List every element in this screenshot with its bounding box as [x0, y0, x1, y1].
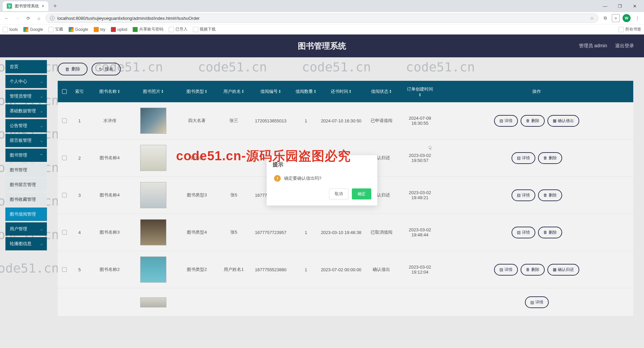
tab-title: 图书管理系统	[15, 3, 39, 9]
address-bar[interactable]: i localhost:8080/tushujieyueguanlixitong…	[46, 13, 598, 23]
app-root: code51.cncode51.cncode51.cncode51.cncode…	[0, 35, 644, 348]
folder-icon	[3, 27, 8, 32]
profile-avatar[interactable]: W	[623, 14, 631, 22]
window-controls: — ❐ ✕	[601, 2, 641, 10]
new-tab-button[interactable]: +	[51, 3, 59, 10]
modal-overlay: 提示 ! 确定要确认借出吗? 取消 确定	[0, 35, 644, 348]
site-info-icon[interactable]: i	[50, 16, 55, 20]
confirm-modal: 提示 ! 确定要确认借出吗? 取消 确定	[267, 155, 377, 206]
url-bar: ← → ⟳ ⌂ i localhost:8080/tushujieyueguan…	[0, 12, 644, 24]
close-icon[interactable]: ×	[42, 4, 44, 8]
folder-icon	[193, 27, 198, 32]
site-icon	[111, 27, 116, 32]
all-bookmarks[interactable]: 所有书签	[619, 26, 641, 32]
browser-chrome: V 图书管理系统 × + — ❐ ✕ ← → ⟳ ⌂ i localhost:8…	[0, 0, 644, 35]
google-icon	[23, 27, 29, 32]
bookmark-imported[interactable]: 已导入	[169, 26, 187, 32]
folder-icon	[619, 27, 624, 32]
bookmark-google2[interactable]: Google	[68, 27, 88, 32]
bookmark-txy[interactable]: txy	[94, 27, 105, 32]
bookmark-treasure[interactable]: 宝藏	[48, 26, 63, 32]
extensions-icon[interactable]: ⧉	[601, 14, 609, 22]
bookmark-uplod[interactable]: uplod	[111, 27, 127, 32]
close-button[interactable]: ✕	[631, 2, 639, 10]
site-icon	[94, 27, 99, 32]
menu-icon[interactable]: ≡	[612, 14, 620, 22]
minimize-button[interactable]: —	[601, 2, 609, 10]
bookmark-video[interactable]: 视频下载	[193, 26, 216, 32]
browser-tab[interactable]: V 图书管理系统 ×	[3, 1, 48, 11]
google-icon	[68, 27, 74, 32]
modal-message: 确定要确认借出吗?	[284, 175, 321, 181]
confirm-button[interactable]: 确定	[352, 188, 371, 199]
maximize-button[interactable]: ❐	[616, 2, 624, 10]
vue-favicon-icon: V	[7, 3, 12, 9]
bookmark-google[interactable]: Google	[23, 27, 43, 32]
bookmark-tools[interactable]: tools	[3, 27, 18, 32]
folder-icon	[169, 27, 174, 32]
warning-icon: !	[274, 175, 281, 182]
bookmark-shared[interactable]: 共享账号密码	[132, 26, 163, 32]
tab-bar: V 图书管理系统 × + — ❐ ✕	[0, 0, 644, 12]
bookmarks-bar: tools Google 宝藏 Google txy uplod 共享账号密码 …	[0, 24, 644, 34]
home-button[interactable]: ⌂	[35, 14, 43, 22]
back-button[interactable]: ←	[3, 14, 11, 22]
forward-button[interactable]: →	[13, 14, 21, 22]
url-text: localhost:8080/tushujieyueguanlixitong/a…	[57, 16, 587, 21]
kebab-menu-icon[interactable]: ⋮	[633, 14, 641, 22]
reload-button[interactable]: ⟳	[24, 14, 32, 22]
cancel-button[interactable]: 取消	[329, 188, 348, 199]
modal-title: 提示	[273, 161, 283, 168]
site-icon	[132, 27, 138, 32]
bookmark-star-icon[interactable]: ☆	[590, 16, 594, 21]
folder-icon	[48, 27, 54, 32]
